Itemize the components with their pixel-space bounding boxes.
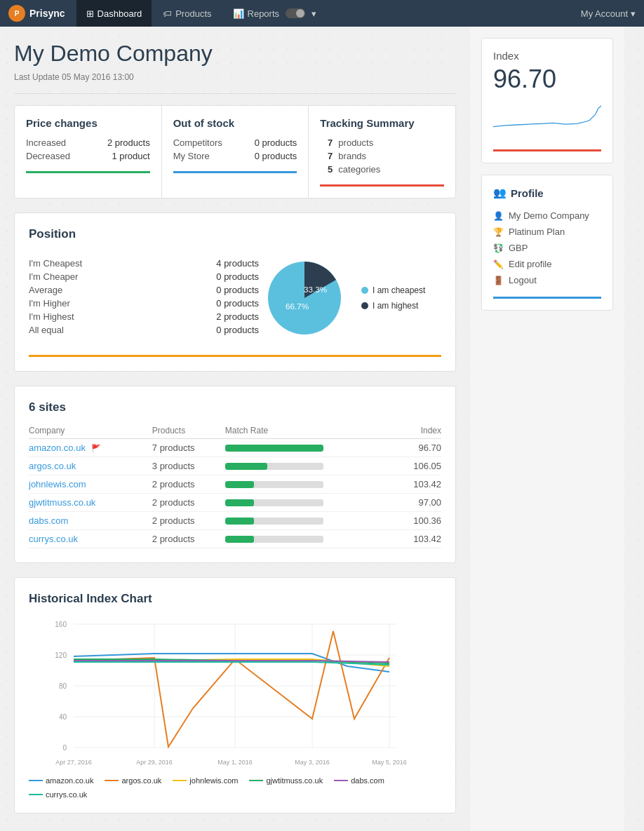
site-matchrate-cell [225, 512, 394, 530]
out-of-stock-title: Out of stock [173, 117, 297, 129]
site-company-link[interactable]: currys.co.uk [29, 534, 78, 544]
profile-icon: 👥 [493, 187, 507, 199]
position-cheaper-row: I'm Cheaper 0 products [29, 271, 259, 282]
site-company-link[interactable]: dabs.com [29, 515, 68, 526]
profile-plan-row[interactable]: 🏆 Platinum Plan [493, 224, 601, 240]
site-products-cell: 2 products [152, 512, 225, 530]
site-company-link[interactable]: gjwtitmuss.co.uk [29, 497, 95, 508]
tracking-products-num: 7 [320, 137, 333, 148]
match-bar-fill [225, 518, 254, 525]
sites-table: Company Products Match Rate Index amazon… [29, 423, 441, 548]
tracking-card: Tracking Summary 7 products 7 brands 5 c… [309, 106, 455, 198]
index-label: Index [493, 50, 601, 62]
site-company-cell: dabs.com [29, 512, 152, 530]
index-value: 96.70 [493, 65, 601, 94]
higher-value: 0 products [216, 298, 259, 309]
brand-logo: P [8, 5, 25, 22]
profile-currency-row[interactable]: 💱 GBP [493, 240, 601, 256]
site-company-cell: amazon.co.uk 🚩 [29, 439, 152, 457]
site-company-cell: argos.co.uk [29, 457, 152, 475]
site-index-cell: 106.05 [394, 457, 441, 475]
reports-toggle[interactable] [286, 8, 305, 18]
nav-products[interactable]: 🏷 Products [153, 0, 221, 27]
table-row: currys.co.uk 2 products 103.42 [29, 530, 441, 548]
legend-gjwtitmuss-line [249, 780, 263, 781]
equal-label: All equal [29, 325, 64, 335]
legend-argos-label: argos.co.uk [121, 776, 161, 785]
svg-text:May 1, 2016: May 1, 2016 [217, 759, 253, 766]
sites-section: 6 sites Company Products Match Rate Inde… [14, 386, 456, 563]
logout-icon: 🚪 [493, 276, 503, 285]
profile-edit-label: Edit profile [509, 259, 551, 269]
site-company-link[interactable]: amazon.co.uk [29, 442, 86, 453]
nav-reports[interactable]: 📊 Reports ▾ [223, 0, 327, 27]
nav-reports-label: Reports [248, 8, 280, 19]
increased-label: Increased [26, 137, 66, 148]
site-company-link[interactable]: johnlewis.com [29, 479, 86, 489]
table-row: gjwtitmuss.co.uk 2 products 97.00 [29, 494, 441, 512]
site-matchrate-cell [225, 439, 394, 457]
historical-chart-section: Historical Index Chart 160 120 80 40 0 [14, 577, 456, 813]
cards-row: Price changes Increased 2 products Decre… [14, 105, 456, 198]
price-changes-title: Price changes [26, 117, 150, 129]
nav-dashboard-label: Dashboard [98, 8, 142, 19]
legend-cheapest: I am cheapest [361, 285, 425, 295]
legend-highest: I am highest [361, 301, 425, 311]
profile-company-row[interactable]: 👤 My Demo Company [493, 208, 601, 224]
chart-icon: 📊 [233, 8, 244, 19]
person-icon: 👤 [493, 211, 503, 221]
tracking-categories-num: 5 [320, 164, 333, 175]
match-bar-bg [225, 499, 323, 506]
line-chart: 160 120 80 40 0 Apr 27, 2016 Apr 29, 201… [29, 617, 441, 771]
account-chevron: ▾ [631, 8, 636, 19]
company-header: Company [29, 423, 152, 439]
legend-gjwtitmuss-label: gjwtitmuss.co.uk [266, 776, 323, 785]
average-value: 0 products [216, 285, 259, 295]
cheapest-label: I'm Cheapest [29, 258, 82, 269]
brand[interactable]: P Prisync [8, 5, 65, 22]
svg-text:66.7%: 66.7% [286, 302, 309, 311]
profile-logout-row[interactable]: 🚪 Logout [493, 272, 601, 288]
position-container: I'm Cheapest 4 products I'm Cheaper 0 pr… [29, 252, 441, 344]
table-row: amazon.co.uk 🚩 7 products 96.70 [29, 439, 441, 457]
position-equal-row: All equal 0 products [29, 325, 259, 335]
site-company-cell: gjwtitmuss.co.uk [29, 494, 152, 512]
position-higher-row: I'm Higher 0 products [29, 298, 259, 309]
site-company-cell: currys.co.uk [29, 530, 152, 548]
mystore-row: My Store 0 products [173, 151, 297, 161]
legend-amazon-label: amazon.co.uk [46, 776, 93, 785]
site-matchrate-cell [225, 475, 394, 494]
profile-currency-label: GBP [509, 243, 528, 253]
price-changes-card: Price changes Increased 2 products Decre… [15, 106, 162, 198]
decreased-label: Decreased [26, 151, 70, 161]
site-index-cell: 103.42 [394, 475, 441, 494]
legend-currys-label: currys.co.uk [46, 790, 87, 799]
svg-text:33.3%: 33.3% [304, 285, 327, 294]
main-content: My Demo Company Last Update 05 May 2016 … [0, 27, 470, 831]
header-divider [14, 93, 456, 94]
position-cheapest-row: I'm Cheapest 4 products [29, 258, 259, 269]
out-of-stock-line [173, 171, 297, 173]
account-menu[interactable]: My Account ▾ [581, 8, 636, 19]
site-products-cell: 7 products [152, 439, 225, 457]
position-bottom-line [29, 355, 441, 357]
svg-text:Apr 27, 2016: Apr 27, 2016 [55, 759, 92, 766]
last-update: Last Update 05 May 2016 13:00 [14, 72, 456, 82]
profile-widget: 👥 Profile 👤 My Demo Company 🏆 Platinum P… [481, 175, 613, 311]
nav-dashboard[interactable]: ⊞ Dashboard [76, 0, 152, 27]
tracking-brands-row: 7 brands [320, 151, 444, 161]
table-row: johnlewis.com 2 products 103.42 [29, 475, 441, 494]
price-decreased-row: Decreased 1 product [26, 151, 150, 161]
pie-legend: I am cheapest I am highest [361, 285, 425, 311]
profile-edit-row[interactable]: ✏️ Edit profile [493, 256, 601, 272]
profile-plan-label: Platinum Plan [509, 227, 565, 237]
table-row: dabs.com 2 products 100.36 [29, 512, 441, 530]
position-average-row: Average 0 products [29, 285, 259, 295]
match-bar-fill [225, 463, 267, 470]
mystore-value: 0 products [255, 151, 297, 161]
tracking-numbers: 7 products 7 brands 5 categories [320, 137, 444, 175]
site-company-cell: johnlewis.com [29, 475, 152, 494]
legend-johnlewis: johnlewis.com [173, 776, 238, 785]
mystore-label: My Store [173, 151, 210, 161]
site-company-link[interactable]: argos.co.uk [29, 461, 76, 471]
